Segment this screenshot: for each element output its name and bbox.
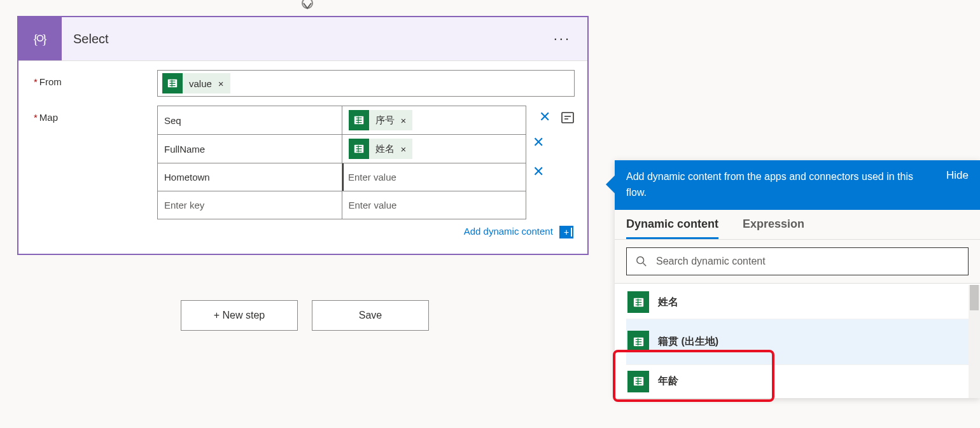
add-dynamic-content-link[interactable]: Add dynamic content — [464, 226, 553, 237]
excel-icon — [627, 291, 649, 313]
excel-icon — [349, 110, 369, 130]
map-label: *Map — [34, 106, 157, 123]
excel-icon — [349, 139, 369, 159]
excel-icon — [627, 331, 649, 352]
select-action-icon: { } — [18, 17, 62, 60]
dynamic-content-panel: Add dynamic content from the apps and co… — [615, 160, 980, 398]
from-token-value[interactable]: value × — [162, 73, 230, 93]
dc-search-box[interactable] — [626, 247, 969, 275]
dc-results-list: 姓名 籍贯 (出生地) 年龄 — [615, 284, 980, 398]
map-key-input[interactable] — [158, 135, 342, 163]
new-step-button[interactable]: + New step — [181, 300, 298, 331]
map-value-input[interactable] — [342, 163, 526, 191]
map-field-row: *Map 序号 × — [34, 106, 575, 238]
svg-rect-6 — [562, 113, 573, 123]
map-value-input[interactable]: 序号 × — [342, 106, 526, 134]
dc-item[interactable]: 姓名 — [626, 286, 969, 319]
remove-token-icon[interactable]: × — [400, 144, 413, 155]
svg-text:{ }: { } — [32, 32, 48, 46]
select-action-card: { } Select ··· *From value × *Map — [17, 16, 589, 255]
card-title: Select — [62, 32, 554, 46]
excel-icon — [162, 73, 183, 93]
dc-panel-header: Add dynamic content from the apps and co… — [615, 160, 980, 210]
svg-point-7 — [637, 256, 644, 263]
panel-pointer-icon — [606, 176, 615, 193]
add-dynamic-content-icon[interactable]: + — [559, 226, 573, 238]
map-value-token[interactable]: 姓名 × — [349, 139, 413, 159]
save-button[interactable]: Save — [312, 300, 429, 331]
card-menu-ellipsis[interactable]: ··· — [554, 31, 587, 47]
tab-dynamic-content[interactable]: Dynamic content — [626, 217, 718, 239]
dc-item[interactable]: 年龄 — [626, 365, 969, 398]
map-row — [158, 163, 526, 191]
from-input[interactable]: value × — [157, 70, 575, 97]
map-row: 序号 × — [158, 106, 526, 135]
map-grid: 序号 × 姓名 × — [157, 106, 526, 219]
excel-icon — [627, 371, 649, 392]
switch-to-text-mode-icon[interactable] — [561, 111, 575, 125]
map-value-input[interactable]: 姓名 × — [342, 135, 526, 163]
map-value-input[interactable] — [342, 191, 526, 219]
delete-row-icon[interactable]: ✕ — [526, 163, 575, 181]
search-icon — [636, 256, 647, 267]
flow-arrow-down — [298, 0, 317, 11]
dc-search-input[interactable] — [656, 256, 959, 267]
map-key-input[interactable] — [158, 191, 342, 219]
tab-expression[interactable]: Expression — [743, 217, 804, 239]
from-field-row: *From value × — [34, 70, 575, 97]
remove-token-icon[interactable]: × — [217, 78, 230, 89]
dc-tabs: Dynamic content Expression — [615, 210, 980, 240]
map-row-empty — [158, 191, 526, 219]
scrollbar[interactable] — [969, 285, 980, 398]
remove-token-icon[interactable]: × — [400, 115, 413, 126]
hide-panel-button[interactable]: Hide — [946, 169, 969, 182]
dc-item[interactable]: 籍贯 (出生地) — [626, 319, 969, 365]
map-row: 姓名 × — [158, 135, 526, 163]
map-value-token[interactable]: 序号 × — [349, 110, 413, 130]
map-key-input[interactable] — [158, 163, 342, 191]
map-key-input[interactable] — [158, 106, 342, 134]
delete-row-icon[interactable]: ✕ — [533, 108, 550, 126]
card-header[interactable]: { } Select ··· — [18, 17, 587, 61]
from-label: *From — [34, 70, 157, 87]
delete-row-icon[interactable]: ✕ — [526, 134, 575, 151]
